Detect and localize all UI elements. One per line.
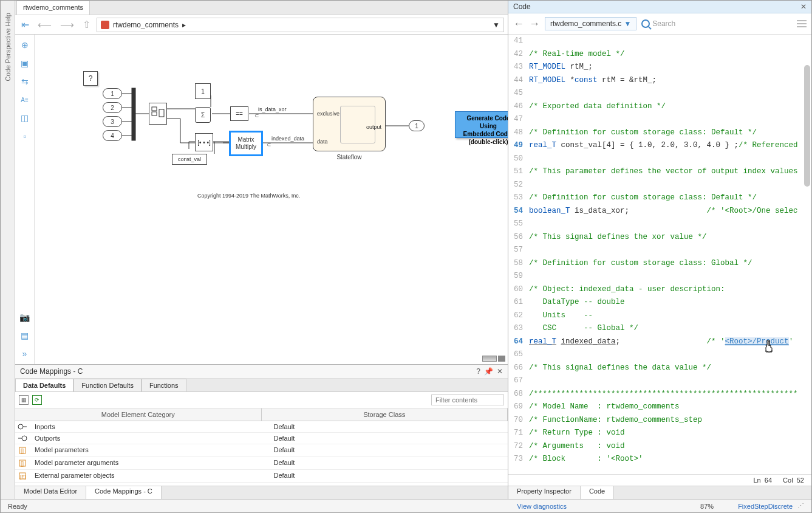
table-row[interactable]: OutportsDefault [15, 433, 508, 444]
area-icon[interactable]: ▫ [18, 129, 32, 143]
inport-2[interactable]: 2 [103, 102, 122, 113]
matrix-multiply-block[interactable]: Matrix Multiply [229, 131, 263, 156]
pin-icon[interactable]: 📌 [484, 367, 493, 376]
code-line[interactable]: 71/* Return Type : void [508, 427, 811, 440]
concat-block[interactable] [149, 103, 167, 125]
model-help-block[interactable]: ? [83, 71, 98, 86]
fit-tool-icon[interactable]: ▣ [18, 57, 32, 70]
tab-model-data-editor[interactable]: Model Data Editor [15, 486, 86, 499]
model-tab[interactable]: rtwdemo_comments [16, 1, 90, 15]
code-line[interactable]: 42/* Real-time model */ [508, 48, 811, 61]
line-number: 48 [508, 126, 529, 140]
code-line[interactable]: 53/* Definition for custom storage class… [508, 191, 811, 205]
stateflow-block[interactable]: exclusive data output Stateflow [313, 97, 386, 151]
line-number: 51 [508, 165, 529, 179]
chevron-down-icon: ▼ [624, 19, 631, 28]
code-line[interactable]: 70/* FunctionName: rtwdemo_comments_step [508, 414, 811, 427]
line-number: 44 [508, 74, 529, 88]
code-line[interactable]: 49real_T const_val[4] = { 1.0, 2.0, 3.0,… [508, 139, 811, 153]
code-line[interactable]: 73/* Block : '<Root>' [508, 453, 811, 466]
column-storage-class[interactable]: Storage Class [262, 408, 508, 421]
zoom-tool-icon[interactable]: ⊕ [18, 38, 32, 52]
code-line[interactable]: 58/* Definition for custom storage class… [508, 257, 811, 270]
tab-code[interactable]: Code [581, 486, 614, 499]
code-line[interactable]: 47 [508, 113, 811, 126]
code-line[interactable]: 56/* This signal defines the xor value *… [508, 231, 811, 244]
filter-input[interactable] [431, 394, 504, 405]
canvas-zoom-slider[interactable] [482, 356, 505, 362]
code-perspective-help-tab[interactable]: Code Perspective Help [4, 13, 12, 81]
nav-indent-icon[interactable]: ⇤ [19, 19, 32, 30]
line-number: 69 [508, 401, 529, 414]
model-canvas[interactable]: ? 1 2 3 4 1 Σ == [• • •] const_val Matri… [35, 35, 508, 364]
scrollbar-thumb[interactable] [804, 65, 810, 187]
code-line[interactable]: 69/* Model Name : rtwdemo_comments [508, 401, 811, 414]
const-val-block[interactable]: const_val [172, 154, 207, 165]
code-line[interactable]: 48/* Definition for custom storage class… [508, 126, 811, 140]
code-line[interactable]: 61 DataType -- double [508, 296, 811, 309]
tab-code-mappings[interactable]: Code Mappings - C [86, 486, 162, 499]
code-line[interactable]: 59 [508, 270, 811, 283]
camera-icon[interactable]: 📷 [18, 311, 32, 324]
table-row[interactable]: [E]External parameter objectsDefault [15, 470, 508, 483]
code-line[interactable]: 44RT_MODEL *const rtM = &rtM_; [508, 74, 811, 88]
view-diagnostics-link[interactable]: View diagnostics [517, 503, 567, 510]
code-line[interactable]: 41 [508, 35, 811, 48]
code-line[interactable]: 43RT_MODEL rtM_; [508, 61, 811, 74]
inport-4[interactable]: 4 [103, 130, 122, 141]
outport-1[interactable]: 1 [409, 120, 425, 131]
library-icon[interactable]: ▤ [18, 329, 32, 342]
annotation-icon[interactable]: A≡ [18, 93, 32, 106]
tab-property-inspector[interactable]: Property Inspector [508, 486, 581, 499]
code-line[interactable]: 46/* Exported data definition */ [508, 100, 811, 114]
code-line[interactable]: 52 [508, 179, 811, 192]
inport-1[interactable]: 1 [103, 88, 122, 99]
close-code-panel-icon[interactable]: ✕ [800, 2, 807, 11]
column-category[interactable]: Model Element Category [15, 408, 262, 421]
code-mappings-title: Code Mappings - C [20, 367, 83, 376]
table-row[interactable]: []Model parametersDefault [15, 444, 508, 457]
code-nav-fwd-icon[interactable]: → [529, 18, 540, 30]
code-line[interactable]: 57 [508, 244, 811, 257]
autoarrange-icon[interactable]: ⇆ [18, 75, 32, 88]
generate-code-button[interactable]: Generate Code Using Embedded Coder (doub… [455, 111, 508, 138]
solver-label[interactable]: FixedStepDiscrete [738, 503, 793, 510]
breadcrumb-dropdown-icon[interactable]: ▼ [493, 21, 500, 29]
edit-defaults-icon[interactable]: ▦ [19, 395, 29, 405]
close-mappings-icon[interactable]: ✕ [497, 367, 503, 376]
code-line[interactable]: 65 [508, 348, 811, 362]
code-line[interactable]: 50 [508, 153, 811, 166]
code-line[interactable]: 62 Units -- [508, 309, 811, 323]
code-nav-back-icon[interactable]: ← [513, 18, 524, 30]
inport-3[interactable]: 3 [103, 116, 122, 127]
file-dropdown[interactable]: rtwdemo_comments.c ▼ [545, 17, 636, 30]
code-line[interactable]: 64real_T indexed_data; /* '<Root>/Produc… [508, 336, 811, 349]
code-menu-icon[interactable] [797, 20, 807, 27]
help-icon[interactable]: ? [476, 367, 480, 376]
tab-data-defaults[interactable]: Data Defaults [15, 379, 73, 391]
tab-function-defaults[interactable]: Function Defaults [73, 379, 142, 391]
image-icon[interactable]: ◫ [18, 111, 32, 125]
const-1-block[interactable]: 1 [195, 83, 211, 99]
relational-block[interactable]: == [230, 106, 248, 121]
code-line[interactable]: 45 [508, 87, 811, 100]
more-tools-icon[interactable]: » [18, 347, 32, 360]
refresh-icon[interactable]: ⟳ [32, 395, 42, 405]
code-line[interactable]: 67 [508, 374, 811, 388]
table-row[interactable]: InportsDefault [15, 421, 508, 433]
code-line[interactable]: 54boolean_T is_data_xor; /* '<Root>/One … [508, 205, 811, 218]
breadcrumb[interactable]: rtwdemo_comments ▸ ▼ [97, 18, 504, 32]
code-line[interactable]: 63 CSC -- Global */ [508, 322, 811, 336]
code-line[interactable]: 66/* This signal defines the data value … [508, 362, 811, 375]
code-editor[interactable]: 4142/* Real-time model */43RT_MODEL rtM_… [508, 35, 811, 474]
code-line[interactable]: 51/* This parameter defines the vector o… [508, 165, 811, 179]
sum-block[interactable]: Σ [195, 107, 211, 123]
table-row[interactable]: []Model parameter argumentsDefault [15, 457, 508, 470]
code-line[interactable]: 72/* Arguments : void [508, 440, 811, 453]
selector-block[interactable]: [• • •] [195, 133, 213, 151]
code-line[interactable]: 68/*************************************… [508, 388, 811, 401]
tab-functions[interactable]: Functions [142, 379, 186, 391]
code-search[interactable]: Search [641, 19, 792, 28]
code-line[interactable]: 55 [508, 218, 811, 231]
code-line[interactable]: 60/* Object: indexed_data - user descrip… [508, 283, 811, 297]
